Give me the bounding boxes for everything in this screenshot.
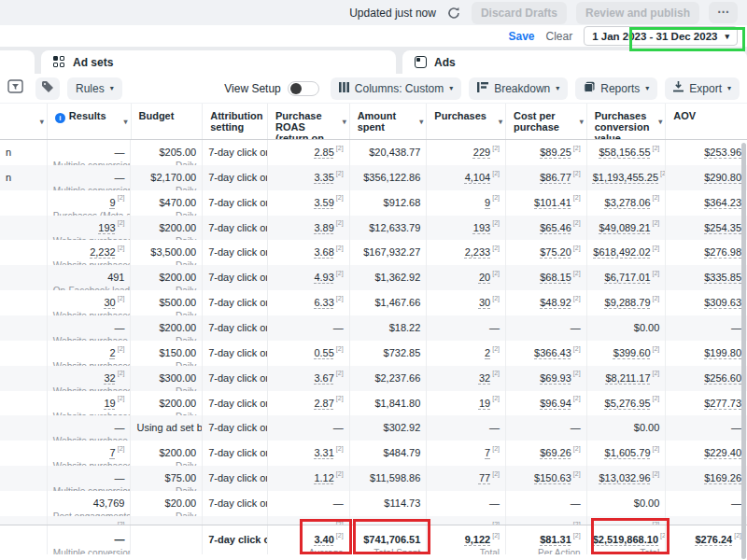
sort-arrow-icon[interactable]: ▾: [124, 117, 128, 128]
attr-value: 7-day click or 1...: [208, 372, 267, 384]
cell-spent: $114.73: [349, 491, 427, 516]
cell-attr: 7-day click or 1...: [202, 491, 267, 516]
pur-value: 77: [479, 472, 490, 483]
cell-spent: $1,841.80: [349, 391, 427, 416]
column-header-frag[interactable]: ▾: [0, 104, 47, 139]
table-row[interactable]: —Multiple conversions$75.00Daily7-day cl…: [0, 466, 747, 491]
table-row[interactable]: 19[2]Website purchases$200.00Daily7-day …: [0, 391, 747, 416]
cpp-value: $75.20: [540, 246, 571, 258]
column-header-spent[interactable]: Amount spent▾: [349, 104, 427, 139]
footnote-marker: [2]: [118, 345, 125, 352]
cell-pur: —: [426, 415, 505, 441]
table-row[interactable]: 491On-Facebook leads$200.00Daily7-day cl…: [0, 265, 747, 290]
sort-arrow-icon[interactable]: ▾: [580, 117, 584, 128]
spent-value: $2,237.66: [374, 372, 420, 384]
footnote-marker: [2]: [492, 445, 500, 452]
aov-value: $253.96: [704, 147, 741, 158]
cell-frag: [0, 415, 47, 441]
column-header-pcv[interactable]: Purchases conversion value▾: [586, 104, 666, 139]
tags-button[interactable]: [35, 77, 60, 100]
table-row[interactable]: 210[2]$1,000.007-day click or 1...4.02[2…: [0, 516, 747, 525]
view-setup-toggle[interactable]: [288, 81, 319, 96]
sort-arrow-icon[interactable]: ▾: [419, 117, 423, 128]
columns-button[interactable]: Columns: Custom ▾: [331, 77, 461, 100]
table-row[interactable]: 43,769Post engagements$20.00Daily7-day c…: [0, 491, 747, 516]
tab-campaigns-stub[interactable]: [0, 50, 35, 74]
breakdown-button[interactable]: Breakdown ▾: [469, 77, 568, 100]
res-value: 9: [110, 197, 116, 208]
save-link[interactable]: Save: [508, 30, 534, 43]
table-row[interactable]: —Website purchase$200.00Daily7-day click…: [0, 315, 747, 341]
aov-value: $364.23: [704, 197, 741, 208]
cell-budget: [130, 525, 202, 554]
tab-ads[interactable]: Ads: [402, 50, 747, 74]
vertical-scrollbar[interactable]: [741, 143, 746, 559]
footnote-marker: [2]: [336, 145, 344, 151]
aov-value: $276.98: [704, 246, 741, 258]
table-row[interactable]: 2,232[2]Website purchases$3,500.00Daily7…: [0, 240, 747, 265]
table-row[interactable]: 9[2]Purchases (Meta an...$470.00Daily7-d…: [0, 190, 747, 216]
cell-spent: $912.68: [349, 190, 427, 216]
refresh-icon[interactable]: [445, 5, 462, 21]
footnote-marker: [2]: [653, 470, 660, 477]
res-value: 2,232: [90, 246, 116, 258]
roas-value: 3.59: [314, 197, 333, 208]
table-row[interactable]: n—Multiple conversions$205.00Daily7-day …: [0, 140, 747, 165]
aov-value: $169.26: [704, 472, 741, 483]
table-row[interactable]: 193[2]Website purchases$200.00Daily7-day…: [0, 216, 747, 241]
sort-arrow-icon[interactable]: ▾: [343, 117, 346, 128]
cell-spent: $741,706.51Total Spent: [349, 525, 427, 554]
export-button[interactable]: Export ▾: [665, 77, 740, 100]
cpp-value: $86.77: [540, 172, 571, 183]
footnote-marker: [2]: [573, 521, 581, 525]
table-row[interactable]: 30[2]Website purchases$500.00Daily7-day …: [0, 290, 747, 315]
footnote-marker: [2]: [573, 445, 581, 452]
date-range-selector[interactable]: 1 Jan 2023 - 31 Dec 2023 ▾: [584, 26, 738, 46]
review-and-publish-button[interactable]: Review and publish: [576, 2, 699, 24]
filters-button[interactable]: [4, 77, 28, 100]
spent-value: $1,467.66: [374, 297, 420, 308]
table-row[interactable]: 7[2]Website purchases$200.00Daily7-day c…: [0, 441, 747, 466]
pur-value: 193: [473, 222, 490, 233]
cell-pcv: $0.00: [586, 415, 666, 441]
budget-value: $2,170.00: [150, 172, 196, 183]
rules-button[interactable]: Rules ▾: [67, 77, 122, 100]
column-header-pur[interactable]: Purchases▾: [426, 104, 505, 139]
cell-budget: $1,000.00: [130, 516, 202, 525]
footnote-marker: [2]: [492, 145, 500, 151]
tab-ad-sets[interactable]: Ad sets: [41, 50, 396, 74]
cell-pur: 30[2]: [426, 290, 505, 315]
column-header-res[interactable]: iResults▾: [47, 104, 131, 139]
cell-attr: 7-day click or 1...: [202, 366, 267, 391]
clear-link[interactable]: Clear: [546, 30, 573, 43]
footnote-marker: [2]: [492, 270, 500, 276]
reports-button[interactable]: Reports ▾: [575, 77, 657, 100]
pcv-value: $5,276.95: [605, 398, 651, 409]
footnote-marker: [2]: [492, 194, 500, 201]
table-row[interactable]: 32[2]Website purchases$300.00Daily7-day …: [0, 366, 747, 391]
sort-arrow-icon[interactable]: ▾: [658, 117, 662, 128]
sort-arrow-icon[interactable]: ▾: [499, 117, 502, 128]
table-row[interactable]: n—Multiple conversions$2,170.00Daily7-da…: [0, 165, 747, 190]
cell-aov: $335.85: [665, 265, 747, 290]
cell-frag: [0, 290, 47, 315]
discard-drafts-button[interactable]: Discard Drafts: [472, 2, 567, 24]
roas-value: 3.89: [314, 222, 333, 233]
ads-icon: [415, 56, 427, 68]
budget-value: $3,500.00: [150, 246, 196, 258]
table-summary-row: —Multiple conversions7-day click or ...3…: [0, 525, 747, 554]
cell-frag: [0, 190, 47, 216]
sort-arrow-icon[interactable]: ▾: [40, 117, 44, 128]
cell-frag: [0, 441, 47, 466]
more-options-button[interactable]: ⋯: [709, 2, 738, 23]
cell-pcv: $5,276.95[2]: [586, 391, 666, 416]
cell-pur: 2[2]: [426, 341, 505, 366]
column-header-roas[interactable]: Purchase ROAS (return on ad spend)▾: [267, 104, 349, 139]
table-row[interactable]: 2[2]Website purchases$150.00Daily7-day c…: [0, 341, 747, 366]
cell-res: —Multiple conversions: [47, 165, 131, 190]
info-icon: i: [55, 113, 65, 123]
column-header-cpp[interactable]: Cost per purchase▾: [505, 104, 586, 139]
budget-value: $500.00: [159, 297, 196, 308]
res-value: 32: [104, 372, 115, 384]
table-row[interactable]: —Website purchaseUsing ad set bud...7-da…: [0, 415, 747, 441]
